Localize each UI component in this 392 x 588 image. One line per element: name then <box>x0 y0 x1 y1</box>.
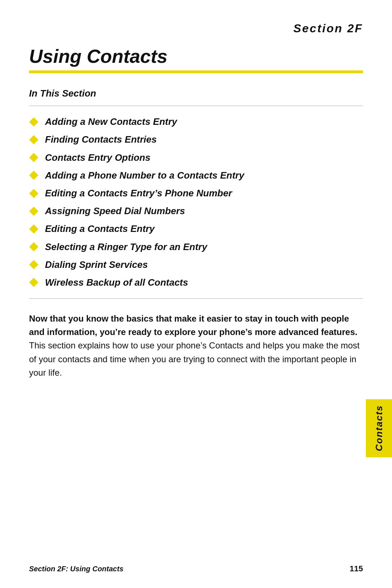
section-divider-bottom <box>29 298 363 299</box>
bullet-diamond-icon <box>29 171 38 180</box>
list-item: Selecting a Ringer Type for an Entry <box>29 241 363 253</box>
section-divider-top <box>29 106 363 106</box>
bullet-diamond-icon <box>29 135 38 144</box>
toc-item-text: Adding a New Contacts Entry <box>45 116 177 127</box>
body-bold-intro: Now that you know the basics that make i… <box>29 314 358 337</box>
toc-item-text: Wireless Backup of all Contacts <box>45 277 188 288</box>
in-this-section-heading: In This Section <box>29 88 363 99</box>
bullet-diamond-icon <box>29 224 38 233</box>
page-title: Using Contacts <box>29 46 363 67</box>
list-item: Finding Contacts Entries <box>29 134 363 145</box>
toc-item-text: Adding a Phone Number to a Contacts Entr… <box>45 170 244 181</box>
bullet-diamond-icon <box>29 153 38 162</box>
list-item: Editing a Contacts Entry’s Phone Number <box>29 188 363 199</box>
page-footer: Section 2F: Using Contacts 115 <box>29 564 363 573</box>
page-container: Section 2F Using Contacts In This Sectio… <box>0 0 392 588</box>
toc-item-text: Contacts Entry Options <box>45 152 150 163</box>
footer-page-number: 115 <box>350 564 363 573</box>
list-item: Adding a New Contacts Entry <box>29 116 363 127</box>
bullet-diamond-icon <box>29 278 38 287</box>
list-item: Contacts Entry Options <box>29 152 363 163</box>
toc-item-text: Selecting a Ringer Type for an Entry <box>45 241 207 253</box>
bullet-diamond-icon <box>29 242 38 251</box>
side-tab: Contacts <box>366 399 392 457</box>
bullet-diamond-icon <box>29 207 38 216</box>
list-item: Adding a Phone Number to a Contacts Entr… <box>29 170 363 181</box>
side-tab-label: Contacts <box>373 405 385 451</box>
section-label: Section 2F <box>0 0 392 46</box>
toc-list: Adding a New Contacts Entry Finding Cont… <box>29 116 363 288</box>
list-item: Assigning Speed Dial Numbers <box>29 205 363 217</box>
toc-item-text: Editing a Contacts Entry’s Phone Number <box>45 188 232 199</box>
list-item: Dialing Sprint Services <box>29 259 363 270</box>
main-content: Using Contacts In This Section Adding a … <box>0 46 392 379</box>
footer-section-label: Section 2F: Using Contacts <box>29 565 123 573</box>
body-paragraph: Now that you know the basics that make i… <box>29 312 363 379</box>
bullet-diamond-icon <box>29 189 38 198</box>
bullet-diamond-icon <box>29 117 38 126</box>
yellow-bar-divider <box>29 70 363 73</box>
bullet-diamond-icon <box>29 260 38 269</box>
toc-item-text: Dialing Sprint Services <box>45 259 148 270</box>
body-regular-text: This section explains how to use your ph… <box>29 340 360 377</box>
toc-item-text: Finding Contacts Entries <box>45 134 157 145</box>
list-item: Editing a Contacts Entry <box>29 223 363 234</box>
list-item: Wireless Backup of all Contacts <box>29 277 363 288</box>
toc-item-text: Editing a Contacts Entry <box>45 223 155 234</box>
toc-item-text: Assigning Speed Dial Numbers <box>45 205 185 217</box>
